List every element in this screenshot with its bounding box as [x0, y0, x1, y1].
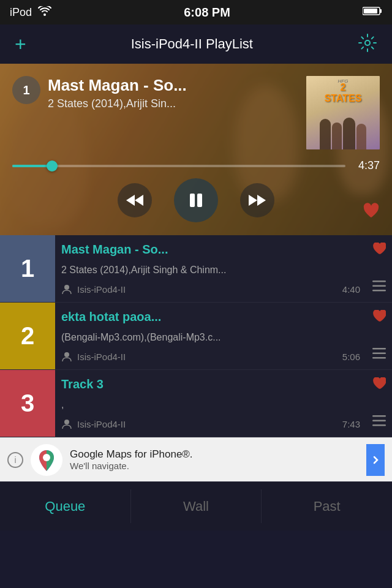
now-playing-section: 1 Mast Magan - So... 2 States (2014),Ari… — [0, 64, 392, 235]
ad-title: Google Maps for iPhone®. — [70, 448, 359, 461]
track-2-number: 2 — [0, 303, 55, 369]
track-2-heart-icon[interactable] — [372, 310, 386, 326]
svg-point-18 — [64, 420, 69, 424]
svg-rect-13 — [372, 290, 386, 292]
progress-bar[interactable] — [12, 165, 345, 167]
track-1-duration: 4:40 — [342, 284, 360, 295]
ad-banner[interactable]: i Google Maps for iPhone®. We'll navigat… — [0, 437, 392, 481]
now-playing-content: 1 Mast Magan - So... 2 States (2014),Ari… — [0, 64, 392, 222]
svg-marker-5 — [126, 195, 135, 206]
page-title: Isis-iPod4-II PlayList — [131, 36, 253, 52]
track-1-artist: 2 States (2014),Arijit Singh & Chinm... — [61, 265, 360, 276]
nav-wall[interactable]: Wall — [131, 482, 262, 530]
nav-queue[interactable]: Queue — [0, 482, 130, 530]
track-1-number: 1 — [0, 235, 55, 302]
track-2-details: ekta hotat paoa... (Bengali-Mp3.com),(Be… — [55, 303, 366, 369]
track-2-name[interactable]: ekta hotat paoa... — [61, 310, 360, 324]
track-3-details: Track 3 , Isis-iPod4-II 7:43 — [55, 370, 366, 437]
status-right — [363, 6, 382, 19]
track-2-device: Isis-iPod4-II — [77, 352, 126, 362]
svg-rect-2 — [364, 9, 377, 13]
ad-arrow[interactable] — [366, 444, 385, 476]
ad-icon — [31, 444, 62, 476]
album-art: HFG 2STATES — [306, 76, 380, 149]
track-2-menu-icon[interactable] — [372, 348, 386, 362]
svg-point-3 — [365, 40, 370, 45]
svg-rect-1 — [380, 9, 382, 13]
track-3-actions — [366, 370, 392, 437]
track-3-meta: Isis-iPod4-II 7:43 — [61, 418, 360, 429]
ad-text: Google Maps for iPhone®. We'll navigate. — [70, 448, 359, 471]
nav-queue-label: Queue — [45, 499, 85, 514]
now-playing-track-number: 1 — [12, 76, 40, 104]
track-list: 1 Mast Magan - So... 2 States (2014),Ari… — [0, 235, 392, 437]
track-row: 2 ekta hotat paoa... (Bengali-Mp3.com),(… — [0, 303, 392, 370]
track-2-artist: (Bengali-Mp3.com),(Bengali-Mp3.c... — [61, 332, 360, 343]
nav-wall-label: Wall — [183, 499, 209, 514]
now-playing-subtitle: 2 States (2014),Arijit Sin... — [48, 97, 300, 110]
pause-button[interactable] — [174, 178, 218, 222]
svg-point-10 — [64, 285, 69, 290]
nav-past[interactable]: Past — [262, 482, 392, 530]
svg-rect-21 — [372, 424, 386, 426]
svg-marker-4 — [135, 195, 143, 206]
svg-rect-11 — [372, 281, 386, 282]
add-button[interactable]: + — [15, 34, 26, 54]
rewind-button[interactable] — [118, 183, 152, 217]
svg-rect-20 — [372, 420, 386, 422]
track-1-device: Isis-iPod4-II — [77, 284, 126, 295]
track-1-details: Mast Magan - So... 2 States (2014),Ariji… — [55, 235, 366, 302]
svg-point-14 — [64, 352, 69, 357]
svg-rect-6 — [190, 194, 195, 207]
status-time: 6:08 PM — [184, 6, 230, 20]
wifi-icon — [38, 6, 51, 19]
settings-button[interactable] — [358, 33, 377, 56]
track-3-heart-icon[interactable] — [372, 377, 386, 393]
track-row: 3 Track 3 , Isis-iPod4-II 7:43 — [0, 370, 392, 437]
track-3-menu-icon[interactable] — [372, 415, 386, 429]
ad-subtitle: We'll navigate. — [70, 461, 359, 471]
track-row: 1 Mast Magan - So... 2 States (2014),Ari… — [0, 235, 392, 303]
track-1-heart-icon[interactable] — [372, 243, 386, 258]
status-left: iPod — [10, 6, 51, 19]
track-2-duration: 5:06 — [342, 352, 360, 362]
device-label: iPod — [10, 6, 32, 19]
header: + Isis-iPod4-II PlayList — [0, 24, 392, 64]
svg-point-23 — [43, 454, 50, 461]
now-playing-title: Mast Magan - So... — [48, 76, 300, 95]
svg-rect-15 — [372, 348, 386, 350]
status-bar: iPod 6:08 PM — [0, 0, 392, 24]
track-3-device: Isis-iPod4-II — [77, 419, 126, 429]
bottom-nav: Queue Wall Past — [0, 481, 392, 530]
svg-rect-7 — [197, 194, 202, 207]
nav-past-label: Past — [314, 499, 341, 514]
ad-info-button[interactable]: i — [7, 452, 23, 468]
track-3-duration: 7:43 — [342, 419, 360, 429]
svg-rect-19 — [372, 415, 386, 417]
track-3-name[interactable]: Track 3 — [61, 377, 360, 391]
svg-rect-16 — [372, 353, 386, 355]
track-1-name[interactable]: Mast Magan - So... — [61, 243, 360, 257]
track-3-artist: , — [61, 399, 360, 410]
fast-forward-button[interactable] — [240, 183, 274, 217]
svg-rect-17 — [372, 357, 386, 359]
battery-icon — [363, 6, 382, 19]
track-3-number: 3 — [0, 370, 55, 437]
playback-controls — [12, 178, 380, 222]
svg-rect-12 — [372, 285, 386, 287]
track-2-meta: Isis-iPod4-II 5:06 — [61, 351, 360, 362]
svg-marker-9 — [257, 195, 266, 206]
track-2-actions — [366, 303, 392, 369]
track-duration: 4:37 — [353, 159, 380, 172]
track-1-meta: Isis-iPod4-II 4:40 — [61, 284, 360, 295]
track-1-menu-icon[interactable] — [372, 281, 386, 295]
progress-row: 4:37 — [12, 159, 380, 172]
track-1-actions — [366, 235, 392, 302]
svg-marker-8 — [249, 195, 257, 206]
progress-knob[interactable] — [47, 160, 58, 172]
